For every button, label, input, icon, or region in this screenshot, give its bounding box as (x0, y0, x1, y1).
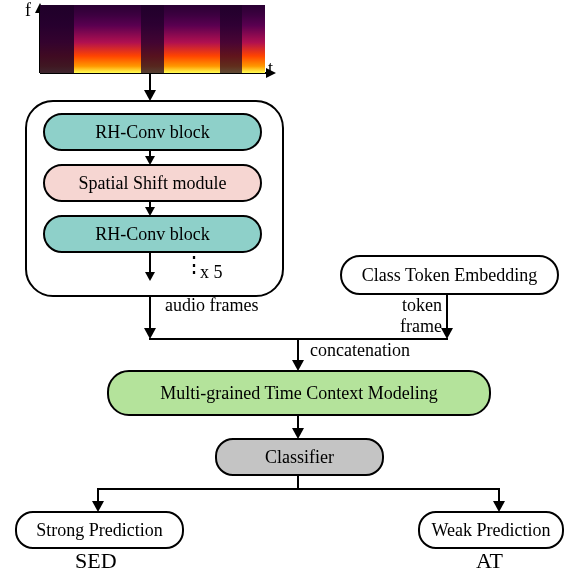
spatial-shift-label: Spatial Shift module (79, 173, 227, 194)
class-token-label: Class Token Embedding (362, 265, 537, 286)
spatial-shift-module: Spatial Shift module (43, 164, 262, 202)
classifier-label: Classifier (265, 447, 334, 468)
arrow-rh2-out (149, 251, 151, 273)
repeat-label: x 5 (200, 262, 223, 283)
rh-conv-block-2: RH-Conv block (43, 215, 262, 253)
multi-grained-time-context-modeling: Multi-grained Time Context Modeling (107, 370, 491, 416)
f-axis-label: f (25, 0, 31, 21)
strong-prediction-label: Strong Prediction (36, 520, 163, 541)
at-label: AT (476, 548, 503, 572)
token-frame-label: token frame (362, 295, 442, 337)
arrow-concat-line (297, 338, 299, 362)
rh-conv-2-label: RH-Conv block (95, 224, 210, 245)
spectrogram-image (40, 5, 265, 73)
arrow-audio-frames-line (149, 295, 151, 330)
arrow-token-frame-line (446, 293, 448, 330)
rh-conv-block-1: RH-Conv block (43, 113, 262, 151)
arrow-rh2-out-head-icon (145, 272, 155, 281)
weak-prediction-label: Weak Prediction (431, 520, 550, 541)
t-axis-label: t (268, 58, 273, 79)
class-token-embedding: Class Token Embedding (340, 255, 559, 295)
concat-label: concatenation (310, 340, 410, 361)
sed-label: SED (75, 548, 117, 572)
rh-conv-1-label: RH-Conv block (95, 122, 210, 143)
weak-prediction: Weak Prediction (418, 511, 564, 549)
strong-prediction: Strong Prediction (15, 511, 184, 549)
split-h-line (97, 488, 500, 490)
classifier: Classifier (215, 438, 384, 476)
mgtcm-label: Multi-grained Time Context Modeling (160, 383, 438, 404)
audio-frames-label: audio frames (165, 295, 258, 316)
